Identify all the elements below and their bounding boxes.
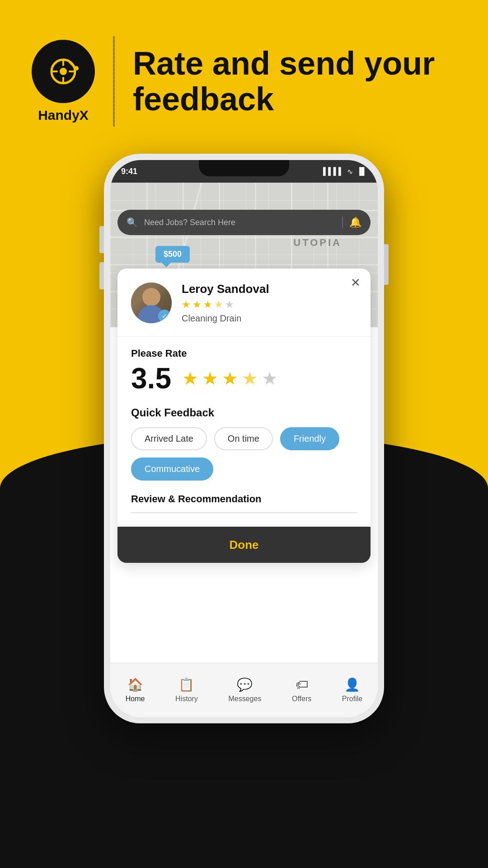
search-icon: 🔍 — [127, 217, 138, 228]
nav-item-home[interactable]: 🏠 Home — [126, 677, 145, 703]
rating-modal: ✕ ✓ Leroy Sandoval ★ ★ ★ ★ ★ — [117, 269, 371, 563]
status-icons: ▌▌▌▌ ∿ ▐▌ — [323, 167, 367, 176]
map-road-h3 — [110, 264, 378, 265]
history-icon: 📋 — [178, 677, 194, 692]
professional-row: ✓ Leroy Sandoval ★ ★ ★ ★ ★ Cleaning Drai… — [131, 282, 357, 324]
review-input-line[interactable] — [131, 512, 357, 513]
pro-star-2: ★ — [192, 299, 202, 311]
rate-section-label: Please Rate — [131, 348, 357, 359]
rate-number: 3.5 — [131, 364, 171, 393]
pro-star-4: ★ — [214, 299, 223, 311]
professional-service: Cleaning Drain — [182, 313, 357, 324]
pro-star-3: ★ — [203, 299, 212, 311]
rate-stars[interactable]: ★ ★ ★ ★ ★ — [182, 368, 278, 389]
rate-row: 3.5 ★ ★ ★ ★ ★ — [131, 364, 357, 393]
nav-label-profile: Profile — [342, 695, 362, 703]
professional-info: Leroy Sandoval ★ ★ ★ ★ ★ Cleaning Drain — [182, 282, 357, 324]
phone-mockup: 9:41 ▌▌▌▌ ∿ ▐▌ — [104, 154, 384, 723]
close-button[interactable]: ✕ — [351, 277, 361, 288]
side-button-power — [384, 244, 389, 285]
review-label: Review & Recommendation — [131, 493, 357, 505]
nav-item-messages[interactable]: 💬 Messeges — [228, 677, 261, 703]
home-icon: 🏠 — [127, 677, 143, 692]
app-header: HandyX Rate and send your feedback — [32, 36, 449, 127]
nav-label-home: Home — [126, 695, 145, 703]
search-divider — [342, 217, 343, 228]
map-label-utopia: UTOPIA — [293, 237, 342, 249]
avatar: ✓ — [131, 283, 172, 323]
pro-star-5: ★ — [225, 299, 234, 311]
side-button-vol-down — [99, 262, 104, 289]
pro-star-1: ★ — [182, 299, 191, 311]
search-bar[interactable]: 🔍 Need Jobs? Search Here 🔔 — [117, 210, 371, 235]
wifi-icon: ∿ — [347, 167, 353, 176]
nav-item-history[interactable]: 📋 History — [175, 677, 198, 703]
tag-communicative[interactable]: Commucative — [131, 458, 213, 481]
nav-label-offers: Offers — [292, 695, 311, 703]
done-button-label: Done — [230, 538, 259, 552]
quick-feedback-label: Quick Feedback — [131, 406, 357, 419]
battery-icon: ▐▌ — [357, 167, 367, 175]
svg-point-2 — [60, 68, 67, 75]
rate-star-5[interactable]: ★ — [262, 368, 278, 389]
nav-label-history: History — [175, 695, 198, 703]
svg-point-3 — [74, 66, 79, 71]
app-name: HandyX — [38, 108, 89, 123]
notification-icon[interactable]: 🔔 — [349, 217, 361, 228]
signal-icon: ▌▌▌▌ — [323, 167, 343, 175]
tag-arrived-late[interactable]: Arrived Late — [131, 427, 207, 450]
professional-stars: ★ ★ ★ ★ ★ — [182, 299, 357, 311]
feedback-tags: Arrived Late On time Friendly Commucativ… — [131, 427, 357, 481]
logo-circle — [32, 40, 95, 103]
avatar-badge: ✓ — [158, 310, 171, 322]
nav-item-offers[interactable]: 🏷 Offers — [292, 677, 311, 703]
price-pin: $500 — [155, 246, 190, 263]
status-time: 9:41 — [121, 167, 137, 176]
logo-wrap: HandyX — [32, 40, 95, 123]
done-button[interactable]: Done — [117, 527, 371, 563]
rate-star-3[interactable]: ★ — [222, 368, 238, 389]
logo-svg — [43, 51, 84, 92]
rate-star-1[interactable]: ★ — [182, 368, 198, 389]
phone-inner: 9:41 ▌▌▌▌ ∿ ▐▌ — [110, 160, 378, 717]
search-placeholder-text: Need Jobs? Search Here — [144, 218, 336, 227]
offers-icon: 🏷 — [296, 677, 308, 692]
profile-icon: 👤 — [344, 677, 360, 692]
messages-icon: 💬 — [237, 677, 253, 692]
tag-on-time[interactable]: On time — [214, 427, 273, 450]
tag-friendly[interactable]: Friendly — [280, 427, 339, 450]
rate-star-2[interactable]: ★ — [202, 368, 218, 389]
header-divider — [113, 36, 115, 127]
phone-notch — [199, 160, 289, 176]
app-tagline: Rate and send your feedback — [133, 46, 449, 117]
side-button-vol-up — [99, 226, 104, 253]
nav-item-profile[interactable]: 👤 Profile — [342, 677, 362, 703]
bottom-navigation: 🏠 Home 📋 History 💬 Messeges 🏷 Offers 👤 — [110, 663, 378, 717]
phone-outer: 9:41 ▌▌▌▌ ∿ ▐▌ — [104, 154, 384, 723]
rate-star-4[interactable]: ★ — [242, 368, 258, 389]
section-divider-1 — [117, 336, 371, 337]
nav-label-messages: Messeges — [228, 695, 261, 703]
professional-name: Leroy Sandoval — [182, 282, 357, 296]
